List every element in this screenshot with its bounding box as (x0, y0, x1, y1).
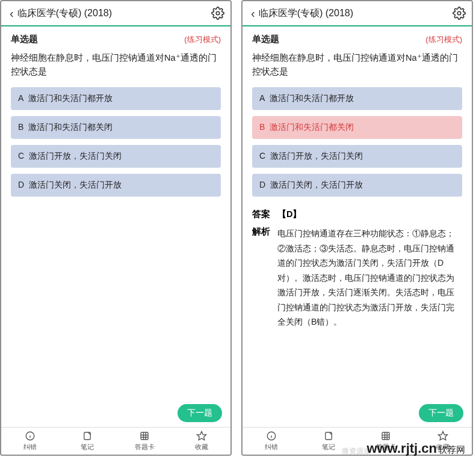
option-b[interactable]: B激活门和失活门都关闭 (252, 116, 462, 139)
tab-correction[interactable]: 纠错 (243, 428, 300, 455)
answer-block: 答案 【D】 解析 电压门控钠通道存在三种功能状态：①静息态；②激活态；③失活态… (252, 209, 462, 330)
header: ‹ 临床医学(专硕) (2018) (1, 1, 230, 26)
note-icon (323, 431, 334, 441)
next-button[interactable]: 下一题 (178, 404, 222, 422)
svg-marker-21 (439, 432, 448, 440)
content-area: 单选题 (练习模式) 神经细胞在静息时，电压门控钠通道对Na⁺通透的门控状态是 … (1, 26, 230, 427)
option-c[interactable]: C激活门开放，失活门关闭 (11, 145, 221, 168)
mode-badge: (练习模式) (425, 34, 462, 45)
tab-note[interactable]: 笔记 (300, 428, 357, 455)
tabbar: 纠错 笔记 答题卡 收藏 (243, 427, 472, 455)
phone-left: ‹ 临床医学(专硕) (2018) 单选题 (练习模式) 神经细胞在静息时，电压… (0, 0, 232, 456)
tab-card[interactable]: 答题卡 (357, 428, 415, 455)
back-button[interactable]: ‹ (7, 4, 16, 23)
mode-badge: (练习模式) (184, 34, 221, 45)
tab-favorite[interactable]: 收藏 (173, 428, 230, 455)
option-c[interactable]: C激活门开放，失活门关闭 (252, 145, 462, 168)
tab-card[interactable]: 答题卡 (116, 428, 173, 455)
svg-marker-10 (197, 432, 206, 440)
phone-right: ‹ 临床医学(专硕) (2018) 单选题 (练习模式) 神经细胞在静息时，电压… (241, 0, 473, 456)
header: ‹ 临床医学(专硕) (2018) (243, 1, 472, 26)
svg-rect-16 (382, 432, 389, 440)
content-area: 单选题 (练习模式) 神经细胞在静息时，电压门控钠通道对Na⁺通透的门控状态是 … (243, 26, 472, 427)
next-button[interactable]: 下一题 (419, 404, 463, 422)
star-icon (196, 431, 207, 441)
question-type: 单选题 (11, 34, 184, 45)
tab-favorite[interactable]: 收藏 (415, 428, 472, 455)
question-text: 神经细胞在静息时，电压门控钠通道对Na⁺通透的门控状态是 (252, 51, 462, 79)
note-icon (82, 431, 93, 441)
option-a[interactable]: A激活门和失活门都开放 (11, 87, 221, 110)
tab-correction[interactable]: 纠错 (1, 428, 58, 455)
info-icon (25, 431, 36, 441)
info-icon (266, 431, 277, 441)
tab-note[interactable]: 笔记 (58, 428, 116, 455)
explanation-text: 电压门控钠通道存在三种功能状态：①静息态；②激活态；③失活态。静息态时，电压门控… (277, 226, 462, 330)
svg-point-11 (457, 11, 461, 15)
grid-icon (380, 431, 391, 441)
svg-rect-5 (141, 432, 148, 440)
star-icon (437, 431, 448, 441)
option-b[interactable]: B激活门和失活门都关闭 (11, 116, 221, 139)
question-type: 单选题 (252, 34, 425, 45)
tabbar: 纠错 笔记 答题卡 收藏 (1, 427, 230, 455)
back-button[interactable]: ‹ (249, 4, 258, 23)
gear-icon[interactable] (453, 7, 466, 20)
gear-icon[interactable] (211, 7, 224, 20)
option-d[interactable]: D激活门关闭，失活门开放 (252, 174, 462, 197)
page-title: 临床医学(专硕) (2018) (259, 7, 453, 20)
answer-value: 【D】 (277, 209, 301, 220)
explanation-label: 解析 (252, 226, 270, 330)
grid-icon (139, 431, 150, 441)
option-d[interactable]: D激活门关闭，失活门开放 (11, 174, 221, 197)
question-text: 神经细胞在静息时，电压门控钠通道对Na⁺通透的门控状态是 (11, 51, 221, 79)
svg-point-0 (216, 11, 220, 15)
option-a[interactable]: A激活门和失活门都开放 (252, 87, 462, 110)
answer-label: 答案 (252, 209, 270, 220)
page-title: 临床医学(专硕) (2018) (17, 7, 211, 20)
